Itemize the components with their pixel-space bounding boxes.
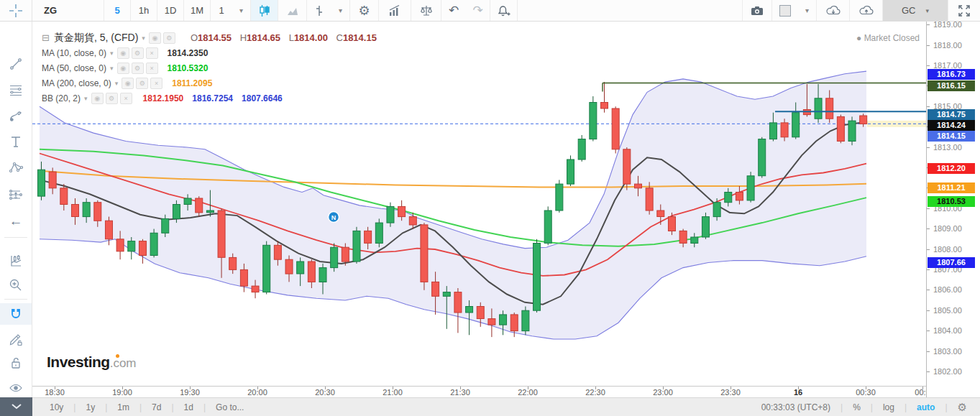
- compare-symbol-button[interactable]: [307, 0, 331, 21]
- screenshot-button[interactable]: [742, 0, 772, 21]
- remove-indicator-button[interactable]: ×: [146, 47, 158, 59]
- log-scale-button[interactable]: log: [883, 402, 894, 412]
- indicator-settings-button[interactable]: ⚙: [136, 78, 148, 89]
- candlestick-chart-type-button[interactable]: [251, 0, 278, 21]
- investing-logo: Investing.com: [47, 353, 137, 371]
- fib-retracement-tool[interactable]: [0, 79, 32, 101]
- low-value: 1814.00: [294, 32, 328, 43]
- magnet-mode-tool[interactable]: [0, 303, 32, 325]
- ma10-value: 1814.2350: [168, 48, 209, 58]
- drawing-tools-sidebar: ←: [0, 22, 32, 397]
- time-tick-label: 00:30: [856, 388, 876, 397]
- back-arrow-tool[interactable]: ←: [0, 210, 32, 231]
- range-10y-button[interactable]: 10y: [50, 402, 63, 412]
- price-tick-mark: [927, 269, 930, 270]
- legend-bb-row[interactable]: BB (20, 2)▾ ◉ ⚙ × 1812.1950 1816.7254 18…: [42, 91, 377, 106]
- unlock-icon: [9, 356, 23, 370]
- brush-tool[interactable]: [0, 105, 32, 126]
- redo-button[interactable]: ↷: [466, 0, 490, 21]
- remove-indicator-button[interactable]: ×: [150, 78, 162, 89]
- time-tick-label: 00:5: [915, 388, 926, 397]
- candle: [353, 227, 360, 264]
- price-tick-label: 1819.00: [933, 22, 962, 29]
- percent-scale-button[interactable]: %: [853, 402, 861, 412]
- time-axis[interactable]: 18:3019:0019:3020:0020:3021:0021:3022:00…: [32, 386, 926, 397]
- stay-in-drawing-mode-tool[interactable]: [0, 329, 32, 351]
- price-badge: 1807.66: [928, 257, 975, 268]
- alert-button[interactable]: [490, 0, 518, 21]
- hide-indicator-button[interactable]: ◉: [91, 93, 104, 104]
- axis-settings-button[interactable]: ⚙: [958, 401, 967, 414]
- trend-line-tool[interactable]: [0, 53, 32, 75]
- symbol-title: 黃金期貨, 5, (CFD): [54, 32, 138, 45]
- timeframe-1min-button[interactable]: 1: [211, 0, 232, 21]
- hide-indicator-button[interactable]: ◉: [117, 63, 129, 74]
- remove-indicator-button[interactable]: ×: [120, 93, 132, 104]
- background-color-caret[interactable]: ▾: [798, 0, 817, 21]
- candle: [150, 229, 157, 258]
- timeframe-1d-button[interactable]: 1D: [157, 0, 184, 21]
- lock-drawings-tool[interactable]: [0, 352, 32, 374]
- price-tick-label: 1803.00: [933, 347, 962, 356]
- settings-button[interactable]: ⚙: [350, 0, 379, 21]
- compare-scales-button[interactable]: [411, 0, 441, 21]
- goto-date-button[interactable]: Go to...: [216, 402, 244, 412]
- legend-symbol-row[interactable]: ⊟ 黃金期貨, 5, (CFD) ▾ ◉ ⚙ O1814.55 H1814.65…: [42, 30, 377, 45]
- zoom-in-tool[interactable]: [0, 274, 32, 296]
- indicators-button[interactable]: [379, 0, 411, 21]
- background-color-button[interactable]: [772, 0, 798, 21]
- timeframe-dropdown-caret[interactable]: ▾: [232, 0, 251, 21]
- hide-indicator-button[interactable]: ◉: [122, 78, 134, 89]
- undo-button[interactable]: ↶: [441, 0, 466, 21]
- legend-ma10-row[interactable]: MA (10, close, 0)▾ ◉ ⚙ × 1814.2350: [42, 45, 377, 60]
- price-tick-mark: [927, 228, 930, 229]
- price-badge: 1814.15: [928, 131, 975, 142]
- xabcd-pattern-tool[interactable]: [0, 157, 32, 178]
- save-layout-button[interactable]: [850, 0, 883, 21]
- candle: [139, 239, 146, 264]
- compare-dropdown-caret[interactable]: ▾: [331, 0, 350, 21]
- price-badge: 1811.21: [928, 182, 975, 193]
- zoom-in-icon: [9, 278, 23, 292]
- area-chart-type-button[interactable]: [278, 0, 307, 21]
- range-1m-button[interactable]: 1m: [117, 402, 129, 412]
- time-tick-label: 20:30: [315, 388, 335, 397]
- load-layout-button[interactable]: [817, 0, 850, 21]
- candle: [544, 206, 551, 245]
- layout-template-dropdown[interactable]: GC ▾: [883, 0, 948, 21]
- symbol-caret-icon[interactable]: ▾: [142, 34, 145, 42]
- legend-ma50-row[interactable]: MA (50, close, 0)▾ ◉ ⚙ × 1810.5320: [42, 60, 377, 75]
- timeframe-1h-button[interactable]: 1h: [131, 0, 157, 21]
- fullscreen-button[interactable]: [948, 0, 980, 21]
- indicator-settings-button[interactable]: ⚙: [132, 63, 144, 74]
- timeframe-1m-button[interactable]: 1M: [184, 0, 211, 21]
- range-1y-button[interactable]: 1y: [86, 402, 95, 412]
- news-marker[interactable]: N: [329, 212, 339, 223]
- text-tool[interactable]: [0, 131, 32, 152]
- hide-drawings-tool[interactable]: [0, 377, 32, 399]
- auto-scale-button[interactable]: auto: [917, 402, 935, 412]
- remove-indicator-button[interactable]: ×: [146, 63, 158, 74]
- price-tick-mark: [927, 331, 930, 331]
- crosshair-tool-button[interactable]: [0, 0, 32, 21]
- measure-tool[interactable]: [0, 250, 32, 272]
- hide-indicator-button[interactable]: ◉: [117, 47, 129, 59]
- projection-tool[interactable]: [0, 184, 32, 205]
- price-axis[interactable]: 1819.001818.001817.001816.001815.001814.…: [926, 22, 980, 386]
- candle: [331, 244, 338, 272]
- collapse-sidebar-button[interactable]: [0, 397, 32, 416]
- price-tick-label: 1818.00: [933, 41, 962, 50]
- range-7d-button[interactable]: 7d: [152, 402, 161, 412]
- timeframe-5m-button[interactable]: 5: [104, 0, 131, 21]
- indicator-settings-button[interactable]: ⚙: [106, 93, 118, 104]
- range-1d-button[interactable]: 1d: [184, 402, 193, 412]
- indicator-settings-button[interactable]: ⚙: [132, 47, 144, 59]
- symbol-search-input[interactable]: ZG: [32, 0, 104, 21]
- legend-ma200-row[interactable]: MA (200, close, 0)▾ ◉ ⚙ × 1811.2095: [42, 75, 377, 91]
- time-tick-label: 21:00: [383, 388, 403, 397]
- series-settings-button[interactable]: ⚙: [163, 32, 175, 44]
- hide-series-button[interactable]: ◉: [149, 32, 161, 44]
- price-tick-label: 1802.00: [933, 367, 962, 376]
- collapse-legend-icon[interactable]: ⊟: [42, 32, 50, 43]
- indicators-icon: [388, 4, 402, 17]
